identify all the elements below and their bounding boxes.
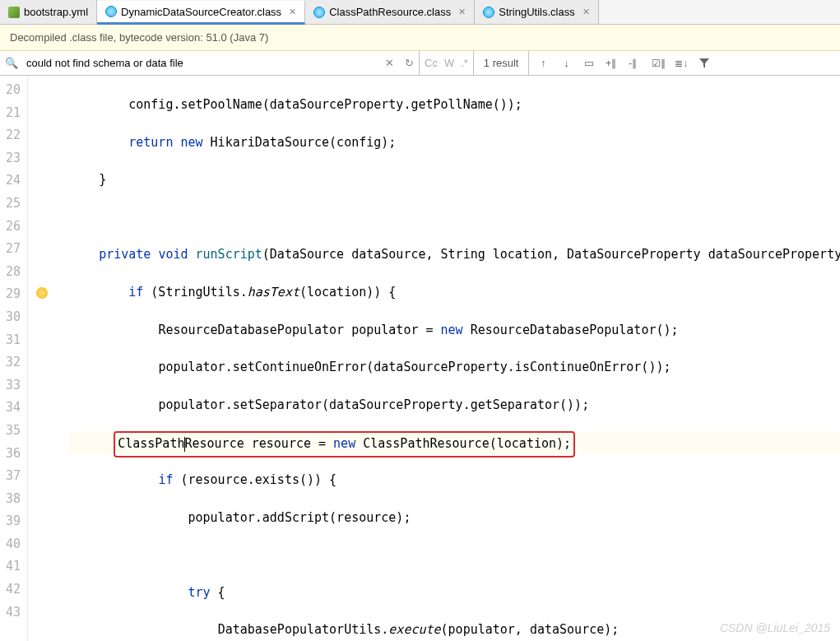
next-match-icon[interactable]: ↓ <box>555 53 577 74</box>
line-gutter: 2021222324252627282930313233343536373839… <box>0 76 28 641</box>
filter-icon[interactable] <box>694 53 715 74</box>
code-editor[interactable]: 2021222324252627282930313233343536373839… <box>0 76 840 641</box>
settings-icon[interactable]: ≣↓ <box>671 53 692 74</box>
close-icon[interactable]: ✕ <box>458 7 466 17</box>
regex-toggle[interactable]: .* <box>461 57 468 69</box>
svg-text:+∥: +∥ <box>606 58 616 69</box>
tab-label: bootstrap.yml <box>24 6 88 18</box>
tab-dynamicdatasourcecreator[interactable]: DynamicDataSourceCreator.class ✕ <box>97 1 305 25</box>
tab-stringutils[interactable]: StringUtils.class ✕ <box>475 0 598 24</box>
prev-match-icon[interactable]: ↑ <box>532 53 554 74</box>
whole-word-toggle[interactable]: W <box>444 57 454 69</box>
gutter-marks <box>28 76 69 641</box>
tab-bootstrap-yml[interactable]: bootstrap.yml <box>0 0 97 24</box>
tab-label: StringUtils.class <box>499 6 574 18</box>
remove-selection-icon[interactable]: -∥ <box>624 53 646 74</box>
highlighted-line: ClassPathResource resource = new ClassPa… <box>69 431 840 454</box>
find-nav: ↑ ↓ ▭ +∥ -∥ ☑∥ ≣↓ <box>529 51 718 75</box>
class-icon <box>483 7 494 18</box>
svg-text:≣↓: ≣↓ <box>675 58 688 69</box>
search-icon: 🔍 <box>0 57 23 69</box>
svg-text:☑∥: ☑∥ <box>652 58 665 69</box>
tab-classpathresource[interactable]: ClassPathResource.class ✕ <box>305 0 475 24</box>
intention-bulb-icon[interactable] <box>36 287 48 299</box>
close-icon[interactable]: ✕ <box>582 7 590 17</box>
add-selection-icon[interactable]: +∥ <box>601 53 623 74</box>
search-history-icon[interactable]: ↻ <box>399 57 419 69</box>
code-area[interactable]: config.setPoolName(dataSourceProperty.ge… <box>69 76 840 641</box>
yml-icon <box>8 7 20 18</box>
svg-text:-∥: -∥ <box>629 58 637 69</box>
select-occurrences-icon[interactable]: ☑∥ <box>647 53 669 74</box>
class-icon <box>313 7 325 18</box>
match-case-toggle[interactable]: Cc <box>425 57 438 69</box>
decompiled-banner: Decompiled .class file, bytecode version… <box>0 25 840 51</box>
editor-tabs: bootstrap.yml DynamicDataSourceCreator.c… <box>0 0 840 25</box>
select-all-icon[interactable]: ▭ <box>578 53 600 74</box>
red-box-highlight: ClassPathResource resource = new ClassPa… <box>114 431 575 458</box>
clear-search-icon[interactable]: ✕ <box>379 57 399 69</box>
search-input[interactable] <box>23 57 379 69</box>
tab-label: ClassPathResource.class <box>329 6 451 18</box>
find-options: Cc W .* <box>420 51 474 75</box>
class-icon <box>105 6 117 17</box>
find-results-count: 1 result <box>474 51 530 75</box>
find-bar: 🔍 ✕ ↻ Cc W .* 1 result ↑ ↓ ▭ +∥ -∥ ☑∥ ≣↓ <box>0 51 840 76</box>
close-icon[interactable]: ✕ <box>289 7 296 17</box>
tab-label: DynamicDataSourceCreator.class <box>121 6 281 18</box>
watermark: CSDN @LiuLei_2015 <box>720 621 830 634</box>
